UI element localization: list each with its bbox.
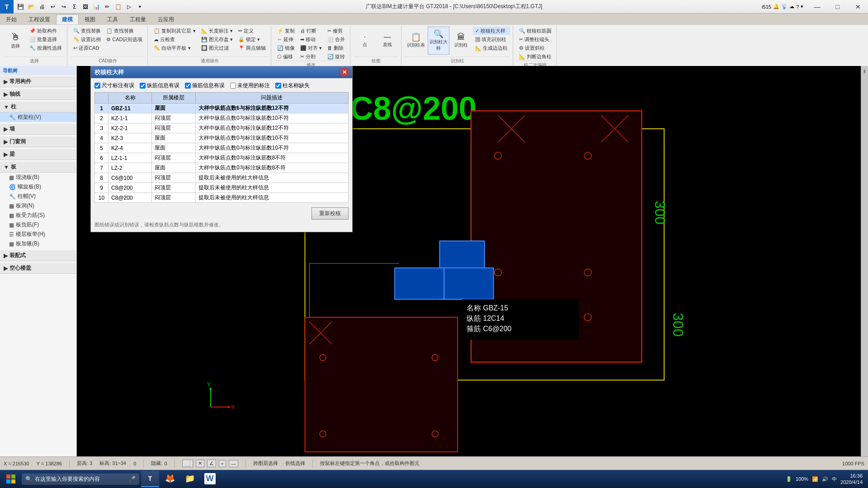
btn-delete[interactable]: 🗑 删除	[325, 44, 347, 52]
btn-lock[interactable]: 🔒 锁定 ▾	[236, 35, 268, 43]
cb-rebar-input[interactable]	[140, 83, 146, 89]
qa-chart[interactable]: 📊	[91, 2, 101, 12]
start-button[interactable]	[2, 471, 20, 487]
qa-redo[interactable]: ↪	[59, 2, 69, 12]
tab-cloud[interactable]: 云应用	[152, 14, 180, 24]
btn-cloud-check[interactable]: ☁ 云检查	[151, 35, 198, 43]
cb-dimension[interactable]: 尺寸标注有误	[94, 82, 134, 89]
cb-unused-input[interactable]	[230, 83, 236, 89]
section-beam-header[interactable]: ▶ 梁	[0, 149, 76, 160]
table-row[interactable]: 10 C8@200 闷顶层 提取后未被使用的柱大样信息	[95, 193, 349, 203]
btn-check-col-detail[interactable]: ✓ 校核柱大样	[473, 27, 510, 35]
btn-cad-options[interactable]: ⚙ CAD识别选项	[104, 35, 145, 43]
tab-engineering-settings[interactable]: 工程设置	[23, 14, 56, 24]
btn-split[interactable]: ✂ 分割	[298, 52, 324, 61]
table-row[interactable]: 5 KZ-4 屋面 大样中纵筋点数0与标注纵筋数10不符	[95, 143, 349, 153]
btn-align[interactable]: ⬛ 对齐 ▾	[298, 44, 324, 52]
table-row[interactable]: 1 GBZ-11 屋面 大样中纵筋点数6与标注纵筋数12不符	[95, 103, 349, 113]
section-axis-header[interactable]: ▶ 轴线	[0, 89, 76, 100]
tab-quantities[interactable]: 工程量	[124, 14, 152, 24]
btn-filter-element[interactable]: 🔲 图元过滤	[199, 44, 235, 52]
section-column-header[interactable]: ▼ 柱	[0, 102, 76, 113]
maximize-button[interactable]: □	[827, 0, 848, 14]
qa-print[interactable]: 🖨	[37, 2, 47, 12]
sidebar-item-slab-haunch[interactable]: ▦ 板加腋(B)	[0, 239, 76, 249]
qa-edit[interactable]: ✏	[102, 2, 112, 12]
cb-stirrup-info[interactable]: 箍筋信息有误	[185, 82, 225, 89]
cad-viewport[interactable]: C8@200	[77, 66, 861, 456]
btn-mirror[interactable]: 🔄 镜像	[275, 44, 297, 52]
table-row[interactable]: 3 KZ-2-1 闷顶层 大样中纵筋点数0与标注纵筋数12不符	[95, 123, 349, 133]
taskbar-app-t[interactable]: T	[141, 471, 159, 487]
qa-sum[interactable]: Σ	[70, 2, 80, 12]
btn-two-point-axis[interactable]: 📍 两点轴轴	[236, 44, 268, 52]
btn-print-mark[interactable]: 🖨 打断	[298, 27, 324, 35]
tab-modeling[interactable]: 建模	[56, 14, 79, 24]
btn-recognize-floor[interactable]: 📋 查找替换	[104, 27, 145, 35]
btn-identify-column-detail[interactable]: 🔍 识别柱大样	[428, 27, 449, 55]
section-prefab-header[interactable]: ▶ 装配式	[0, 250, 76, 261]
table-row[interactable]: 9 C8@200 闷顶层 提取后未被使用的柱大样信息	[95, 183, 349, 193]
polyline-select[interactable]: 折线选择	[285, 460, 305, 467]
close-button[interactable]: ✕	[848, 0, 868, 14]
btn-drawing-save[interactable]: 💾 图元存盘 ▾	[199, 35, 235, 43]
taskbar-search[interactable]: 🔍 在这里输入你要搜索的内容 🎤	[22, 474, 139, 485]
cb-stirrup-input[interactable]	[185, 83, 191, 89]
sidebar-item-neg-rebar[interactable]: ▦ 板负筋(F)	[0, 220, 76, 230]
sidebar-item-spiral-slab[interactable]: 🌀 螺旋板(B)	[0, 182, 76, 192]
btn-fill-identify[interactable]: ▦ 填充识别柱	[473, 35, 510, 43]
btn-find-replace[interactable]: 🔍 查找替换	[71, 27, 103, 35]
btn-set-diagonal-col[interactable]: ⚙ 设置斜柱	[517, 44, 554, 52]
qa-save[interactable]: 💾	[15, 2, 25, 12]
minus-icon[interactable]: —	[229, 460, 238, 467]
btn-line-draw[interactable]: — 直线	[377, 27, 398, 55]
table-row[interactable]: 6 LZ-1-1 闷顶层 大样中纵筋点数0与标注纵筋数8不符	[95, 153, 349, 163]
qa-play[interactable]: ▷	[124, 2, 134, 12]
btn-identify-column[interactable]: 🏛 识别柱	[450, 27, 472, 55]
tab-view[interactable]: 视图	[79, 14, 101, 24]
sidebar-item-floor-belt[interactable]: ☰ 楼层板带(H)	[0, 230, 76, 239]
sidebar-item-col-cap[interactable]: 🔧 柱帽(V)	[0, 192, 76, 201]
cb-rebar-info[interactable]: 纵筋信息有误	[140, 82, 179, 89]
table-row[interactable]: 4 KZ-3 屋面 大样中纵筋点数0与标注纵筋数10不符	[95, 133, 349, 143]
section-door-header[interactable]: ▶ 门窗洞	[0, 136, 76, 147]
tab-tools[interactable]: 工具	[101, 14, 124, 24]
cb-unused-mark[interactable]: 未使用的标注	[230, 82, 270, 89]
table-row[interactable]: 8 C6@100 闷顶层 提取后未被使用的柱大样信息	[95, 173, 349, 183]
btn-pick-element[interactable]: 📌 拾取构件	[27, 27, 64, 35]
btn-gen-edge-col[interactable]: 📐 生成边边柱	[473, 44, 510, 52]
minimize-button[interactable]: —	[807, 0, 827, 14]
btn-adjust-col-end[interactable]: ✂ 调整柱端头	[517, 35, 554, 43]
cb-col-name[interactable]: 柱名称缺失	[275, 82, 310, 89]
btn-pick-component[interactable]: 🖱 选择	[5, 27, 26, 55]
btn-property-select[interactable]: 🔧 按属性选择	[27, 44, 64, 52]
plus-icon[interactable]: +	[219, 460, 226, 467]
sidebar-item-slab-hole[interactable]: ▩ 板洞(N)	[0, 201, 76, 211]
modal-close-button[interactable]: ✕	[340, 68, 349, 76]
cross-layer-select[interactable]: 跨图层选择	[253, 460, 278, 467]
qa-open[interactable]: 📂	[26, 2, 36, 12]
btn-copy[interactable]: ⚡ 复制	[275, 27, 297, 35]
btn-judge-edge[interactable]: 📐 判断边角柱	[517, 52, 554, 61]
angle-icon[interactable]: ∠	[207, 460, 216, 467]
qa-image[interactable]: 🖼	[80, 2, 90, 12]
btn-point-draw[interactable]: · 点	[354, 27, 376, 55]
taskbar-app-fox[interactable]: 🦊	[161, 471, 179, 487]
sidebar-item-slab-rebar[interactable]: ▦ 板受力筋(S)	[0, 211, 76, 220]
btn-check-col-rebar[interactable]: 🔍 校核柱筋圆	[517, 27, 554, 35]
btn-trim[interactable]: ✂ 修剪	[325, 27, 347, 35]
btn-copy-to-layer[interactable]: 📋 复制到其它层 ▾	[151, 27, 198, 35]
tab-start[interactable]: 开始	[0, 14, 23, 24]
qa-undo[interactable]: ↩	[48, 2, 58, 12]
btn-length-mark[interactable]: 📐 长度标注 ▾	[199, 27, 235, 35]
qa-dash[interactable]: ▾	[135, 2, 145, 12]
cb-dimension-input[interactable]	[94, 83, 100, 89]
taskbar-app-folder[interactable]: 📁	[181, 471, 199, 487]
taskbar-app-word[interactable]: W	[201, 471, 219, 487]
btn-merge[interactable]: ⬜ 合并	[325, 35, 347, 43]
cb-col-name-input[interactable]	[275, 83, 281, 89]
btn-auto-level[interactable]: 📏 自动平齐板 ▾	[151, 44, 198, 52]
snap-cross-icon[interactable]: ✕	[196, 460, 204, 467]
qa-clipboard[interactable]: 📋	[113, 2, 123, 12]
btn-move[interactable]: ➡ 移动	[298, 35, 324, 43]
